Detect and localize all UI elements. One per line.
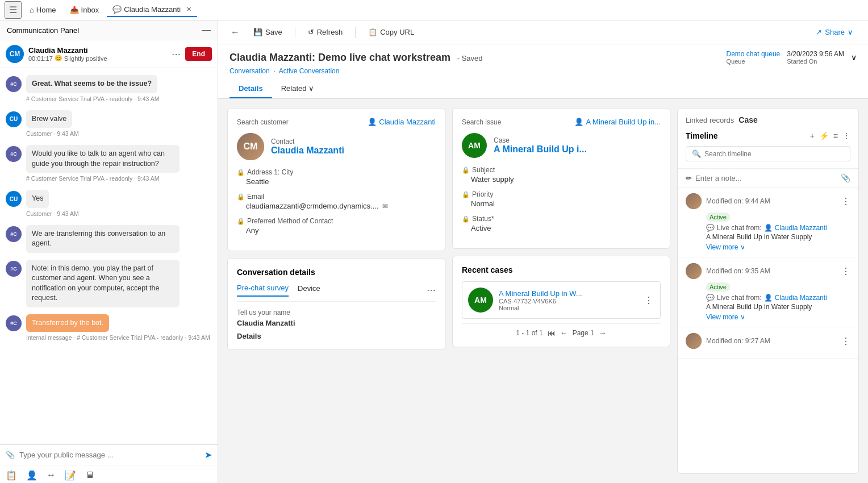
chat-messages: #C Great. What seems to be the issue? # … xyxy=(0,68,218,444)
page-meta-right: Demo chat queue Queue 3/20/2023 9:56 AM … xyxy=(727,50,857,65)
recent-case-info: A Mineral Build Up in W... CAS-47732-V4V… xyxy=(499,289,637,311)
save-label: Save xyxy=(265,28,282,36)
chat-contact-info: CM Claudia Mazzanti 00:01:17 😊 Slightly … xyxy=(6,45,107,63)
attach-note-button[interactable]: 📎 xyxy=(841,173,850,182)
breadcrumb-conversation[interactable]: Conversation xyxy=(229,67,270,75)
tab-device[interactable]: Device xyxy=(298,284,320,296)
tl-person-name-1[interactable]: Claudia Mazzanti xyxy=(775,224,827,232)
message-bubble-1: Great. What seems to be the issue? xyxy=(26,75,157,93)
tool-notes-icon[interactable]: 📝 xyxy=(65,470,76,481)
tab-close-icon[interactable]: ✕ xyxy=(186,6,191,13)
expand-button[interactable]: ∨ xyxy=(851,53,857,62)
tool-split-icon[interactable]: ↔ xyxy=(47,470,56,481)
tl-item-header-2: Modified on: 9:35 AM ⋮ xyxy=(686,263,850,279)
case-avatar: AM xyxy=(462,133,487,158)
tab-details[interactable]: Details xyxy=(229,80,272,98)
timeline-list-button[interactable]: ≡ xyxy=(833,131,838,140)
search-customer-value[interactable]: 👤 Claudia Mazzanti xyxy=(368,118,436,126)
tl-item-header-1: Modified on: 9:44 AM ⋮ xyxy=(686,193,850,209)
toolbar-divider-1 xyxy=(295,27,295,38)
hamburger-menu[interactable]: ☰ xyxy=(5,1,22,19)
survey-content: Tell us your name Claudia Manzatti xyxy=(237,309,436,327)
prev-page-button[interactable]: ← xyxy=(560,328,568,338)
tab-pre-chat[interactable]: Pre-chat survey xyxy=(237,284,289,297)
more-options-button[interactable]: ⋯ xyxy=(170,48,182,61)
conversation-details-card: Conversation details Pre-chat survey Dev… xyxy=(227,258,445,350)
message-bubble-6: Note: in this demo, you play the part of… xyxy=(26,260,180,307)
message-sender-4: CU Yes xyxy=(6,190,212,208)
address-lock-icon: 🔒 xyxy=(237,169,245,176)
view-more-2[interactable]: View more ∨ xyxy=(686,313,850,321)
bot-avatar-2: #C xyxy=(6,146,22,162)
conv-details-title: Conversation details xyxy=(237,268,436,277)
home-icon: ⌂ xyxy=(30,6,34,14)
tl-person-name-2[interactable]: Claudia Mazzanti xyxy=(775,294,827,302)
first-page-button[interactable]: ⏮ xyxy=(548,328,556,338)
message-sender-5: #C We are transferring this conversation… xyxy=(6,225,212,253)
note-input[interactable] xyxy=(695,174,837,182)
contact-avatar: CM xyxy=(6,45,24,63)
next-page-button[interactable]: → xyxy=(599,328,607,338)
case-fullname[interactable]: A Mineral Build Up i... xyxy=(494,144,587,155)
send-button[interactable]: ➤ xyxy=(205,449,212,460)
search-issue-value[interactable]: 👤 A Mineral Build Up in... xyxy=(574,118,661,126)
bot-avatar-3: #C xyxy=(6,226,22,242)
tool-screen-icon[interactable]: 🖥 xyxy=(85,470,94,481)
subject-value: Water supply xyxy=(462,175,661,184)
tab-claudia[interactable]: 💬 Claudia Mazzanti ✕ xyxy=(107,3,197,17)
timeline-more-button[interactable]: ⋮ xyxy=(842,131,850,140)
timeline-item-1: Modified on: 9:44 AM ⋮ Active 💬 Live cha… xyxy=(678,188,858,257)
breadcrumb: Conversation · Active Conversation xyxy=(229,65,857,77)
chat-input[interactable] xyxy=(19,451,200,459)
toolbar: ← 💾 Save ↺ Refresh 📋 Copy URL ↗ Share ∨ xyxy=(218,20,868,44)
message-bubble-5: We are transferring this conversation to… xyxy=(26,225,180,253)
main-content: Search customer 👤 Claudia Mazzanti CM Co… xyxy=(218,99,868,483)
tl-more-button-1[interactable]: ⋮ xyxy=(841,196,850,207)
tab-related[interactable]: Related ∨ xyxy=(272,80,324,98)
email-copy-icon[interactable]: ✉ xyxy=(382,202,388,210)
tab-home-label: Home xyxy=(36,6,56,14)
message-bubble-4: Yes xyxy=(26,190,49,208)
tab-inbox[interactable]: 📥 Inbox xyxy=(64,3,105,16)
save-icon: 💾 xyxy=(253,28,262,36)
chat-input-row: 📎 ➤ xyxy=(6,449,212,460)
share-button[interactable]: ↗ Share ∨ xyxy=(810,25,859,39)
tl-more-button-3[interactable]: ⋮ xyxy=(841,336,850,347)
chat-from-label-1: Live chat from: xyxy=(717,224,762,232)
search-issue-bar: Search issue 👤 A Mineral Build Up in... xyxy=(462,118,661,126)
case-type: Case xyxy=(494,136,587,144)
message-sender-7: #C Transferred by the bot. xyxy=(6,314,212,332)
end-button[interactable]: End xyxy=(185,47,212,61)
tab-home[interactable]: ⌂ Home xyxy=(24,3,62,16)
contact-fullname[interactable]: Claudia Mazzanti xyxy=(271,145,344,156)
timeline-search-input[interactable] xyxy=(704,150,844,158)
share-chevron-icon: ∨ xyxy=(848,28,853,36)
page-tabs: Details Related ∨ xyxy=(229,80,857,98)
survey-more-button[interactable]: ⋯ xyxy=(427,285,436,295)
tl-meta-2: Modified on: 9:35 AM xyxy=(706,267,837,275)
details-section: Details xyxy=(237,332,436,340)
refresh-button[interactable]: ↺ Refresh xyxy=(302,25,349,39)
back-button[interactable]: ← xyxy=(227,26,243,39)
case-more-button[interactable]: ⋮ xyxy=(643,294,654,307)
timeline-filter-button[interactable]: ⚡ xyxy=(819,131,829,140)
view-more-1[interactable]: View more ∨ xyxy=(686,243,850,251)
sentiment-text: Slightly positive xyxy=(64,55,107,62)
timeline-add-button[interactable]: + xyxy=(810,131,815,140)
search-issue-label: Search issue xyxy=(462,118,501,126)
tl-content-1: Active 💬 Live chat from: 👤 Claudia Mazza… xyxy=(686,213,850,241)
tool-person-icon[interactable]: 👤 xyxy=(26,470,37,481)
copy-url-button[interactable]: 📋 Copy URL xyxy=(362,25,420,39)
tool-kb-icon[interactable]: 📋 xyxy=(6,470,17,481)
minimize-button[interactable]: — xyxy=(202,25,211,35)
save-button[interactable]: 💾 Save xyxy=(248,25,288,39)
case-header: AM Case A Mineral Build Up i... xyxy=(462,133,661,158)
page-label: Page 1 xyxy=(573,329,594,337)
contact-details: Claudia Mazzanti 00:01:17 😊 Slightly pos… xyxy=(28,46,107,62)
recent-case-name[interactable]: A Mineral Build Up in W... xyxy=(499,289,637,298)
subject-field: 🔒 Subject Water supply xyxy=(462,166,661,184)
message-meta-4: Customer · 9:43 AM xyxy=(26,210,212,217)
tl-more-button-2[interactable]: ⋮ xyxy=(841,266,850,277)
contact-name-group: Contact Claudia Mazzanti xyxy=(271,138,344,156)
tab-related-label: Related xyxy=(281,84,307,93)
